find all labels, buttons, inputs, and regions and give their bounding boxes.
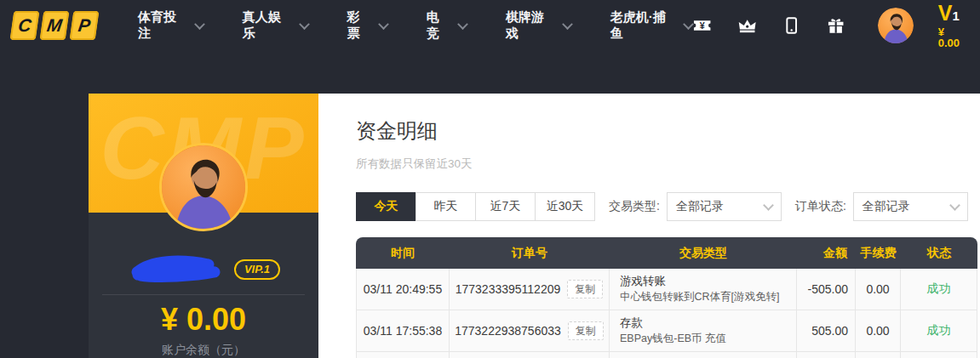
col-header-type: 交易类型 <box>610 237 797 269</box>
type-detail: EBPay钱包-EB币 充值 <box>620 332 726 347</box>
copy-button[interactable]: 复制 <box>568 321 604 340</box>
page-subtitle: 所有数据只保留近30天 <box>356 156 980 172</box>
redacted-username-scribble <box>127 253 226 286</box>
svg-text:¥: ¥ <box>700 20 705 31</box>
transaction-type-label: 交易类型: <box>609 199 660 214</box>
menu-item-sports[interactable]: 体育投注 <box>138 9 203 42</box>
cell-time: 03/11 17:55:38 <box>356 310 450 352</box>
col-header-fee: 手续费 <box>856 237 901 269</box>
status-badge: 成功 <box>901 269 977 310</box>
user-avatar[interactable] <box>878 8 914 43</box>
menu-label: 体育投注 <box>138 9 188 42</box>
type-main: 游戏转账 <box>620 273 666 290</box>
order-status-select[interactable]: 全部记录 <box>853 192 968 221</box>
tab-last-7-days[interactable]: 近7天 <box>475 192 536 221</box>
profile-avatar[interactable] <box>159 143 248 231</box>
vip-level[interactable]: V1 ¥ 0.00 <box>938 3 968 48</box>
page: C M P 体育投注 真人娱乐 彩票 电竞 棋牌游戏 <box>0 0 980 358</box>
tab-yesterday[interactable]: 昨天 <box>415 192 476 221</box>
header-balance: ¥ 0.00 <box>938 26 968 48</box>
cell-type: 存款 EBPay钱包-EB币 充值 <box>610 310 797 352</box>
table-row-clipped <box>356 352 977 358</box>
cell-time: 03/11 20:49:55 <box>356 269 450 310</box>
filter-controls: 今天 昨天 近7天 近30天 交易类型: 全部记录 订单状态: 全部记录 <box>356 192 980 221</box>
transaction-type-value: 全部记录 <box>676 199 724 214</box>
status-badge: 成功 <box>901 310 977 352</box>
cell-order-no: 1773233395112209 复制 <box>450 269 610 310</box>
type-main: 存款 <box>620 315 643 332</box>
chevron-down-icon <box>378 19 389 30</box>
main-menu: 体育投注 真人娱乐 彩票 电竞 棋牌游戏 老虎机·捕鱼 <box>138 9 692 42</box>
crown-icon[interactable] <box>737 15 757 36</box>
col-header-order-no: 订单号 <box>450 237 610 269</box>
col-header-amount: 金额 <box>797 237 856 269</box>
chevron-down-icon <box>562 19 573 30</box>
chevron-down-icon <box>299 19 310 30</box>
menu-item-esports[interactable]: 电竞 <box>427 9 467 42</box>
cell-fee: 0.00 <box>856 269 901 310</box>
menu-item-slots-fishing[interactable]: 老虎机·捕鱼 <box>610 9 692 42</box>
menu-label: 真人娱乐 <box>243 9 293 42</box>
type-detail: 中心钱包转账到CR体育[游戏免转] <box>620 290 780 305</box>
order-number: 1773222938756033 <box>455 324 561 338</box>
order-number: 1773233395112209 <box>456 282 561 296</box>
account-balance: ¥ 0.00 <box>89 302 318 338</box>
chevron-down-icon <box>457 19 468 30</box>
page-title: 资金明细 <box>356 117 980 145</box>
vip-badge: VIP.1 <box>234 259 280 280</box>
menu-item-live-casino[interactable]: 真人娱乐 <box>243 9 308 42</box>
nav-right-group: ¥ <box>692 3 971 48</box>
account-balance-label: 账户余额（元） <box>89 343 318 358</box>
logo-letter: C <box>10 11 40 40</box>
menu-label: 电竞 <box>427 9 451 42</box>
copy-button[interactable]: 复制 <box>567 280 603 298</box>
table-row: 03/11 20:49:55 1773233395112209 复制 游戏转账 … <box>356 269 977 310</box>
date-range-tabs: 今天 昨天 近7天 近30天 <box>356 192 595 221</box>
coupon-icon[interactable]: ¥ <box>692 15 712 36</box>
order-status-label: 订单状态: <box>795 199 846 214</box>
menu-label: 棋牌游戏 <box>506 9 556 42</box>
chevron-down-icon <box>949 200 960 211</box>
transaction-type-select[interactable]: 全部记录 <box>667 192 782 221</box>
col-header-time: 时间 <box>356 237 450 269</box>
transactions-table: 时间 订单号 交易类型 金额 手续费 状态 03/11 20:49:55 177… <box>356 237 977 358</box>
sidebar-divider <box>102 294 305 295</box>
col-header-status: 状态 <box>901 237 977 269</box>
menu-item-lottery[interactable]: 彩票 <box>347 9 387 42</box>
vip-level-number: 1 <box>952 9 959 23</box>
phone-icon[interactable] <box>782 15 801 36</box>
chevron-down-icon <box>763 200 774 211</box>
cell-order-no: 1773222938756033 复制 <box>450 310 610 352</box>
vip-level-prefix: V <box>938 1 953 25</box>
logo-letter: P <box>70 11 100 40</box>
chevron-down-icon <box>194 19 205 30</box>
tab-today[interactable]: 今天 <box>356 192 416 221</box>
order-status-value: 全部记录 <box>863 199 910 214</box>
cell-amount: 505.00 <box>797 310 856 352</box>
cell-amount: -505.00 <box>797 269 856 310</box>
brand-logo[interactable]: C M P <box>12 11 97 40</box>
cell-fee: 0.00 <box>856 310 901 352</box>
profile-sidebar: CMP VIP.1 ¥ 0.00 账户余额 <box>89 94 318 358</box>
table-header-row: 时间 订单号 交易类型 金额 手续费 状态 <box>356 237 977 269</box>
menu-label: 老虎机·捕鱼 <box>610 9 678 42</box>
gift-icon[interactable] <box>826 15 845 36</box>
logo-letter: M <box>40 11 70 40</box>
table-row: 03/11 17:55:38 1773222938756033 复制 存款 EB… <box>356 310 977 352</box>
main-panel: 资金明细 所有数据只保留近30天 今天 昨天 近7天 近30天 交易类型: 全部… <box>318 94 980 358</box>
top-nav: C M P 体育投注 真人娱乐 彩票 电竞 棋牌游戏 <box>0 0 980 51</box>
user-line: VIP.1 <box>89 253 318 286</box>
menu-label: 彩票 <box>347 9 372 42</box>
tab-last-30-days[interactable]: 近30天 <box>535 192 595 221</box>
menu-item-card-games[interactable]: 棋牌游戏 <box>506 9 571 42</box>
cell-type: 游戏转账 中心钱包转账到CR体育[游戏免转] <box>610 269 797 310</box>
